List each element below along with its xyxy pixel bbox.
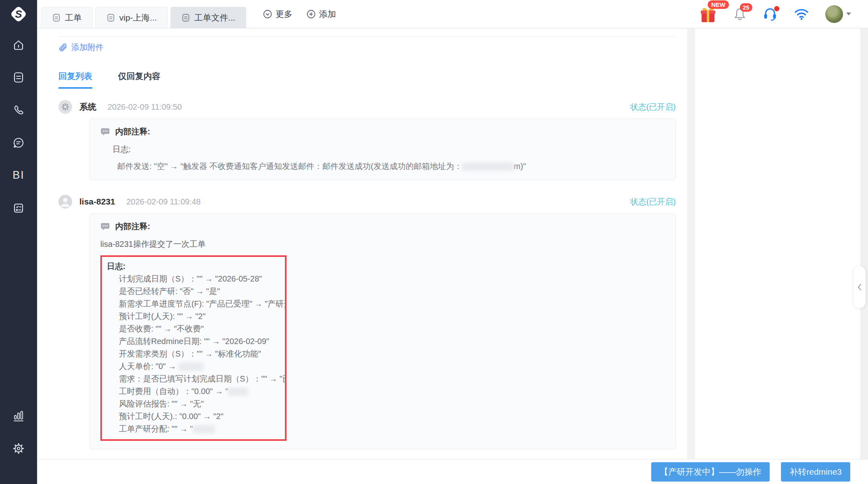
log-line: 邮件发送: "空" → "触发器 不收费通知客户通知发送邮件：邮件发送成功(发送… (117, 161, 665, 172)
tab-label: vip-上海... (119, 12, 157, 23)
home-icon (12, 39, 25, 52)
chat-icon (12, 136, 25, 149)
log-line: 需求：是否已填写计划完成日期（S）："" → "已填写" (107, 373, 285, 385)
internal-note-label: 内部注释: (115, 126, 150, 137)
plus-circle-icon (306, 9, 316, 19)
entry-author: 系统 (79, 101, 96, 113)
tab-ticket-file[interactable]: 工单文件... (170, 7, 246, 28)
add-label: 添加 (319, 8, 336, 20)
entry-time: 2026-02-09 11:09:48 (127, 197, 201, 207)
log-line: 计划完成日期（S）："" → "2026-05-28" (107, 273, 285, 285)
tab-label: 工单 (65, 12, 82, 23)
settings-gear-icon (12, 442, 25, 455)
reply-view-tabs: 回复列表 仅回复内容 (58, 71, 676, 89)
sidebar-item-tickets[interactable] (0, 66, 37, 89)
wifi-icon (794, 8, 809, 20)
entry-author: lisa-8231 (79, 197, 115, 207)
log-line: 工单产研分配: "" → " (107, 423, 285, 435)
log-line: 是否收费: "" → "不收费" (107, 323, 285, 335)
tab-vip-shanghai[interactable]: vip-上海... (96, 7, 168, 28)
system-avatar (58, 100, 72, 114)
entry-status: 状态(已开启) (630, 196, 676, 207)
user-avatar (58, 195, 72, 209)
log-line: 是否已经转产研: "否" → "是" (107, 285, 285, 298)
entry-time: 2026-02-09 11:09:50 (108, 102, 182, 112)
entry-status: 状态(已开启) (630, 102, 676, 113)
log-label: 日志: (112, 144, 665, 155)
notifications-button[interactable]: 25 (733, 7, 746, 21)
topbar: S 工单 vip-上海... 工单文件... 更多 添加 (0, 0, 868, 28)
comment-icon (100, 222, 110, 231)
tab-reply-content-only[interactable]: 仅回复内容 (118, 71, 160, 89)
log-line: 工时费用（自动）："0.00" → " (107, 385, 285, 398)
section-divider (58, 36, 676, 37)
add-attachment-link[interactable]: 添加附件 (58, 42, 104, 53)
add-tab-button[interactable]: 添加 (306, 0, 336, 28)
note-text: lisa-8231操作提交了一次工单 (100, 239, 665, 250)
log-lines: 计划完成日期（S）："" → "2026-05-28" 是否已经转产研: "否"… (107, 273, 285, 435)
tab-reply-list[interactable]: 回复列表 (58, 71, 92, 89)
topbar-right-icons: NEW 25 (699, 0, 868, 28)
chevron-down-circle-icon (263, 9, 272, 19)
stats-icon (12, 409, 25, 423)
page-scrollbar[interactable] (860, 29, 868, 484)
notification-count-badge: 25 (740, 3, 752, 12)
sidebar-item-home[interactable] (0, 34, 37, 56)
log-line: 新需求工单进度节点(F): "产品已受理" → "产研开发中" (107, 298, 285, 310)
sidebar-item-chat[interactable] (0, 131, 37, 154)
panel-collapse-handle[interactable] (853, 266, 866, 308)
reply-entry-system: 系统 2026-02-09 11:09:50 状态(已开启) 内部注释: 日志:… (58, 100, 676, 180)
log-line: 预计工时(人天): "" → "2" (107, 310, 285, 323)
doc-icon (106, 13, 115, 22)
ticket-detail-panel: 添加附件 回复列表 仅回复内容 系统 2026-02-09 11:09:50 状… (37, 29, 687, 459)
redmine-transfer-button[interactable]: 补转redmine3 (781, 462, 850, 482)
support-alert-dot (774, 6, 779, 11)
highlighted-log-box: 日志: 计划完成日期（S）："" → "2026-05-28" 是否已经转产研:… (100, 255, 287, 441)
log-line: 预计工时(人天).: "0.00" → "2" (107, 410, 285, 423)
entry-note-box: 内部注释: lisa-8231操作提交了一次工单 日志: 计划完成日期（S）："… (89, 213, 676, 449)
svg-text:S: S (15, 8, 22, 20)
whats-new-button[interactable]: NEW (699, 5, 717, 23)
add-attachment-label: 添加附件 (71, 42, 104, 53)
app-logo[interactable]: S (0, 0, 37, 28)
redacted-text (462, 163, 514, 171)
sidebar-nav: BI (0, 28, 37, 484)
logo-icon: S (8, 4, 29, 24)
entry-note-box: 内部注释: 日志: 邮件发送: "空" → "触发器 不收费通知客户通知发送邮件… (89, 119, 676, 180)
person-avatar-icon (58, 195, 72, 209)
sidebar-item-bi[interactable]: BI (0, 164, 37, 186)
sidebar-item-calls[interactable] (0, 99, 37, 122)
log-line: 风险评估报告: "" → "无" (107, 398, 285, 410)
ticket-icon (12, 71, 25, 84)
more-menu[interactable]: 更多 (263, 0, 293, 28)
redacted-text (193, 425, 215, 433)
network-status-button[interactable] (794, 8, 809, 20)
dev-in-progress-button[interactable]: 【产研开发中】——勿操作 (651, 462, 770, 482)
chevron-left-icon (856, 283, 863, 291)
log-line: 产品流转Redmine日期: "" → "2026-02-09" (107, 335, 285, 348)
redacted-text (179, 363, 204, 371)
log-lines: 邮件发送: "空" → "触发器 不收费通知客户通知发送邮件：邮件发送成功(发送… (100, 161, 665, 172)
log-line: 开发需求类别（S）："" → "标准化功能" (107, 348, 285, 360)
sidebar-item-stats[interactable] (0, 405, 37, 428)
internal-note-header: 内部注释: (100, 221, 665, 232)
action-footer: 【产研开发中】——勿操作 补转redmine3 (37, 459, 868, 484)
log-line: 人天单价: "0" → (107, 360, 285, 373)
gear-avatar-icon (61, 102, 70, 111)
taskboard-icon (12, 202, 25, 215)
more-label: 更多 (276, 8, 293, 20)
sidebar-item-settings[interactable] (0, 437, 37, 460)
doc-icon (52, 13, 61, 22)
doc-icon (181, 13, 190, 22)
log-label: 日志: (107, 260, 285, 273)
user-avatar (825, 5, 843, 23)
internal-note-header: 内部注释: (100, 126, 665, 137)
comment-icon (100, 127, 110, 136)
support-headset-button[interactable] (762, 7, 778, 21)
sidebar-item-tasks[interactable] (0, 197, 37, 219)
phone-icon (12, 104, 25, 117)
user-menu[interactable] (825, 5, 851, 23)
tab-ticket[interactable]: 工单 (41, 7, 93, 28)
ticket-tabs: 工单 vip-上海... 工单文件... (41, 0, 249, 28)
paperclip-icon (58, 43, 68, 52)
